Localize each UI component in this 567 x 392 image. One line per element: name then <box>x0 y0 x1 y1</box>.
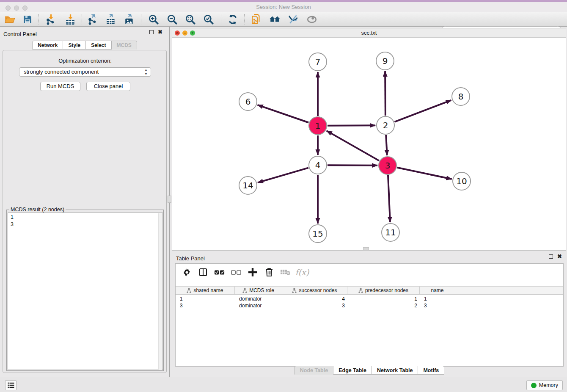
edge-2-8[interactable] <box>394 100 451 122</box>
horizontal-splitter-handle[interactable] <box>363 247 369 251</box>
tab-select[interactable]: Select <box>86 41 111 50</box>
vertical-splitter-handle[interactable] <box>168 196 171 203</box>
net-close-button[interactable]: ✕ <box>175 30 180 36</box>
show-all-networks-icon[interactable] <box>269 14 281 25</box>
mcds-result-fieldset: MCDS result (2 nodes) 1 3 <box>6 210 164 371</box>
node-3[interactable]: 3 <box>379 157 396 174</box>
column-header-predecessor-nodes[interactable]: predecessor nodes <box>347 287 420 294</box>
mcds-result-scrollbar[interactable] <box>158 213 162 370</box>
node-label-2: 2 <box>383 120 388 130</box>
node-6[interactable]: 6 <box>239 93 257 110</box>
close-table-panel-icon[interactable]: ✖ <box>557 254 562 259</box>
control-panel-tabs: NetworkStyleSelectMCDS <box>0 41 169 50</box>
node-7[interactable]: 7 <box>309 53 327 71</box>
memory-button[interactable]: Memory <box>526 380 563 390</box>
network-window-title: scc.txt <box>172 28 566 38</box>
edge-1-6[interactable] <box>258 105 309 123</box>
export-image-icon[interactable] <box>123 14 136 25</box>
export-table-icon[interactable] <box>105 14 117 25</box>
app-titlebar: Session: New Session <box>0 2 567 12</box>
window-zoom-button[interactable] <box>22 5 28 12</box>
network-graph-canvas[interactable]: 7968124314101511 <box>172 38 566 250</box>
clear-table-icon[interactable] <box>281 267 291 277</box>
node-4[interactable]: 4 <box>309 156 327 174</box>
tab-network[interactable]: Network <box>32 41 63 50</box>
undock-panel-icon[interactable] <box>149 30 154 34</box>
save-session-icon[interactable] <box>21 14 34 25</box>
column-header-shared-name[interactable]: shared name <box>176 287 235 294</box>
undock-table-panel-icon[interactable] <box>549 254 553 259</box>
column-header-MCDS-role[interactable]: MCDS role <box>235 287 282 294</box>
node-14[interactable]: 14 <box>239 177 257 194</box>
node-9[interactable]: 9 <box>376 52 394 70</box>
function-builder-icon[interactable]: f(x) <box>297 267 307 277</box>
close-panel-icon[interactable]: ✖ <box>158 30 162 34</box>
zoom-in-icon[interactable] <box>147 14 160 25</box>
delete-column-icon[interactable] <box>264 267 274 277</box>
node-label-15: 15 <box>312 229 323 239</box>
tab-style[interactable]: Style <box>63 41 86 50</box>
add-column-icon[interactable] <box>248 267 258 277</box>
hide-selection-icon[interactable] <box>287 14 300 25</box>
table-row[interactable]: 3dominator323 <box>176 302 563 309</box>
mcds-result-legend: MCDS result (2 nodes) <box>9 207 66 213</box>
table-row[interactable]: 1dominator411 <box>176 295 563 302</box>
tab-node-table[interactable]: Node Table <box>295 366 333 375</box>
zoom-out-icon[interactable] <box>166 14 179 25</box>
export-network-icon[interactable] <box>86 14 99 25</box>
tab-network-table[interactable]: Network Table <box>372 366 418 375</box>
node-11[interactable]: 11 <box>382 224 399 241</box>
edge-3-10[interactable] <box>397 168 452 179</box>
refresh-icon[interactable] <box>226 14 239 25</box>
run-mcds-button[interactable]: Run MCDS <box>40 82 80 91</box>
tab-edge-table[interactable]: Edge Table <box>333 366 372 375</box>
edge-1-2[interactable] <box>328 125 375 126</box>
show-selection-icon[interactable] <box>306 14 318 25</box>
select-all-checkbox-icon[interactable] <box>215 267 225 277</box>
node-8[interactable]: 8 <box>452 88 470 105</box>
tab-mcds[interactable]: MCDS <box>112 41 137 50</box>
node-label-4: 4 <box>315 160 321 170</box>
window-close-button[interactable] <box>6 5 11 12</box>
table-panel-title: Table Panel <box>176 255 205 262</box>
table-toolbar: f(x) <box>176 264 563 281</box>
open-file-icon[interactable] <box>3 14 16 25</box>
import-network-icon[interactable] <box>44 14 57 25</box>
edge-2-3[interactable] <box>386 135 387 155</box>
node-2[interactable]: 2 <box>377 116 394 134</box>
edge-4-3[interactable] <box>328 165 377 166</box>
node-label-14: 14 <box>242 180 253 190</box>
edge-3-1[interactable] <box>327 131 379 161</box>
import-table-icon[interactable] <box>64 14 77 25</box>
split-view-icon[interactable] <box>198 267 208 277</box>
edge-3-11[interactable] <box>388 175 390 222</box>
net-minimize-button[interactable]: − <box>182 30 187 36</box>
edge-2-9[interactable] <box>385 71 385 116</box>
deselect-all-checkbox-icon[interactable] <box>231 267 241 277</box>
close-panel-button[interactable]: Close panel <box>86 82 130 91</box>
zoom-selected-icon[interactable] <box>202 14 215 25</box>
criterion-dropdown[interactable]: strongly connected component ▲▼ <box>19 67 151 77</box>
tab-motifs[interactable]: Motifs <box>418 366 444 375</box>
memory-label: Memory <box>539 382 558 388</box>
edge-4-14[interactable] <box>258 168 308 182</box>
node-label-7: 7 <box>315 57 321 67</box>
clone-network-icon[interactable] <box>250 14 263 25</box>
cell-successor-nodes: 3 <box>282 302 347 309</box>
cell-name: 1 <box>420 295 455 302</box>
net-zoom-button[interactable]: + <box>190 30 195 36</box>
table-panel: Table Panel ✖ <box>172 253 567 377</box>
column-header-successor-nodes[interactable]: successor nodes <box>282 287 347 294</box>
table-settings-icon[interactable] <box>182 267 192 277</box>
mcds-result-textarea[interactable]: 1 3 <box>8 213 163 370</box>
node-15[interactable]: 15 <box>309 225 327 243</box>
cell-name: 3 <box>420 302 455 309</box>
zoom-fit-icon[interactable] <box>184 14 197 25</box>
window-minimize-button[interactable] <box>14 5 19 12</box>
task-history-button[interactable] <box>5 380 17 390</box>
attribute-icon <box>292 288 297 293</box>
node-10[interactable]: 10 <box>453 172 471 190</box>
status-bar: Memory <box>0 377 567 392</box>
column-header-name[interactable]: name <box>420 287 455 294</box>
node-1[interactable]: 1 <box>309 117 327 135</box>
